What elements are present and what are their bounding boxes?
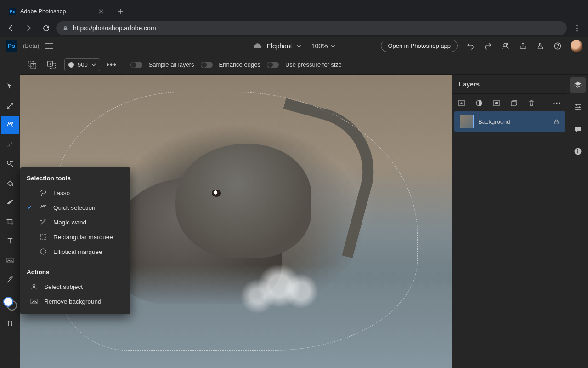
flyout-item-elliptical-marquee[interactable]: Elliptical marquee bbox=[20, 244, 130, 259]
eyedropper-tool[interactable] bbox=[1, 270, 19, 289]
toggle-sample-all-layers[interactable] bbox=[130, 62, 142, 68]
flyout-item-lasso[interactable]: Lasso bbox=[20, 185, 130, 200]
svg-point-19 bbox=[45, 205, 46, 206]
panel-tab-layers[interactable] bbox=[570, 77, 586, 93]
close-icon[interactable] bbox=[97, 8, 105, 15]
toggle-use-pressure[interactable] bbox=[267, 62, 279, 68]
clone-stamp-tool[interactable] bbox=[1, 155, 19, 173]
elliptical-marquee-icon bbox=[39, 247, 48, 256]
color-swatches[interactable] bbox=[3, 297, 17, 310]
tab-strip: Ps Adobe Photoshop bbox=[0, 0, 588, 19]
healing-tool[interactable] bbox=[1, 193, 19, 212]
swap-colors-button[interactable] bbox=[1, 314, 19, 333]
rectangular-marquee-icon bbox=[39, 232, 48, 242]
toggle-enhance-edges[interactable] bbox=[201, 62, 213, 68]
panel-tab-info[interactable] bbox=[570, 144, 586, 159]
svg-rect-32 bbox=[555, 121, 559, 123]
beaker-icon[interactable] bbox=[536, 41, 545, 51]
svg-point-2 bbox=[576, 27, 577, 29]
delete-layer-button[interactable] bbox=[527, 98, 536, 108]
label-use-pressure: Use pressure for size bbox=[285, 61, 342, 68]
chevron-down-icon[interactable] bbox=[331, 45, 335, 47]
undo-button[interactable] bbox=[466, 41, 475, 51]
app-header: Ps (Beta) Elephant 100% Open in Photosho… bbox=[0, 37, 588, 55]
options-bar: 500 ••• Sample all layers Enhance edges … bbox=[20, 55, 588, 75]
panel-strip bbox=[567, 75, 588, 368]
brush-more-button[interactable]: ••• bbox=[107, 61, 117, 69]
svg-point-27 bbox=[495, 102, 498, 104]
url-field[interactable]: https://photoshop.adobe.com bbox=[56, 21, 567, 35]
mask-button[interactable] bbox=[492, 98, 501, 108]
photoshop-app: Ps (Beta) Elephant 100% Open in Photosho… bbox=[0, 37, 588, 368]
select-subject-icon bbox=[29, 282, 39, 291]
panel-tab-comments[interactable] bbox=[570, 121, 586, 137]
crop-tool[interactable] bbox=[1, 213, 19, 231]
flyout-action-label: Select subject bbox=[44, 283, 83, 290]
flyout-action-remove-background[interactable]: Remove background bbox=[20, 294, 130, 309]
lasso-icon bbox=[39, 188, 48, 197]
svg-point-1 bbox=[576, 24, 577, 26]
svg-rect-37 bbox=[577, 150, 578, 153]
flyout-action-select-subject[interactable]: Select subject bbox=[20, 279, 130, 294]
flyout-heading-tools: Selection tools bbox=[20, 173, 130, 185]
flyout-item-quick-selection[interactable]: ✓ Quick selection bbox=[20, 200, 130, 215]
svg-rect-28 bbox=[511, 102, 516, 106]
svg-point-7 bbox=[557, 47, 558, 48]
panel-tab-properties[interactable] bbox=[570, 99, 586, 115]
foreground-color-swatch[interactable] bbox=[3, 297, 13, 307]
back-button[interactable] bbox=[4, 21, 18, 35]
fill-tool[interactable] bbox=[1, 174, 19, 192]
new-tab-button[interactable] bbox=[114, 5, 127, 18]
address-bar: https://photoshop.adobe.com bbox=[0, 19, 588, 37]
svg-point-17 bbox=[11, 200, 13, 201]
hamburger-menu[interactable] bbox=[45, 41, 54, 51]
brush-size-picker[interactable]: 500 bbox=[64, 58, 100, 71]
forward-button[interactable] bbox=[21, 21, 36, 35]
document-name[interactable]: Elephant bbox=[266, 42, 292, 50]
layer-name: Background bbox=[478, 118, 549, 125]
svg-point-35 bbox=[576, 109, 577, 110]
favicon-ps-icon: Ps bbox=[8, 7, 17, 16]
brush-preview-icon bbox=[68, 62, 74, 68]
add-to-selection-icon[interactable] bbox=[26, 58, 39, 71]
avatar[interactable] bbox=[571, 40, 582, 52]
quick-selection-tool[interactable] bbox=[1, 116, 19, 134]
subtract-from-selection-icon[interactable] bbox=[45, 58, 58, 71]
type-tool[interactable] bbox=[1, 232, 19, 250]
svg-point-21 bbox=[40, 249, 46, 254]
svg-point-34 bbox=[578, 106, 580, 108]
layer-row-background[interactable]: Background bbox=[454, 111, 565, 132]
flyout-item-magic-wand[interactable]: Magic wand bbox=[20, 215, 130, 230]
zoom-level[interactable]: 100% bbox=[311, 42, 328, 50]
place-image-tool[interactable] bbox=[1, 251, 19, 270]
browser-tab[interactable]: Ps Adobe Photoshop bbox=[4, 4, 109, 19]
move-tool[interactable] bbox=[1, 77, 19, 96]
chevron-down-icon[interactable] bbox=[297, 45, 301, 47]
open-in-app-button[interactable]: Open in Photoshop app bbox=[381, 40, 458, 52]
panel-menu-button[interactable] bbox=[552, 98, 561, 108]
new-layer-button[interactable] bbox=[457, 98, 466, 108]
flyout-item-rectangular-marquee[interactable]: Rectangular marquee bbox=[20, 230, 130, 244]
layers-toolbar bbox=[452, 94, 567, 111]
svg-point-12 bbox=[11, 122, 13, 123]
brush-tool[interactable] bbox=[1, 135, 19, 154]
redo-button[interactable] bbox=[483, 41, 492, 51]
invite-button[interactable] bbox=[501, 41, 510, 51]
lock-icon[interactable] bbox=[554, 118, 560, 125]
clip-button[interactable] bbox=[509, 98, 519, 108]
svg-point-14 bbox=[11, 161, 13, 162]
ps-logo[interactable]: Ps bbox=[6, 40, 17, 52]
svg-point-22 bbox=[33, 284, 35, 286]
svg-point-31 bbox=[559, 102, 560, 104]
brush-size-value: 500 bbox=[78, 61, 88, 68]
chrome-menu-button[interactable] bbox=[570, 21, 584, 35]
svg-rect-18 bbox=[7, 258, 13, 263]
adjustment-layer-button[interactable] bbox=[475, 98, 484, 108]
transform-tool[interactable] bbox=[1, 97, 19, 115]
reload-button[interactable] bbox=[39, 21, 53, 35]
help-button[interactable] bbox=[553, 41, 562, 51]
browser-chrome: Ps Adobe Photoshop https://photoshop.ado… bbox=[0, 0, 588, 37]
share-button[interactable] bbox=[518, 41, 527, 51]
svg-point-33 bbox=[576, 104, 577, 105]
beta-label: (Beta) bbox=[23, 42, 39, 49]
